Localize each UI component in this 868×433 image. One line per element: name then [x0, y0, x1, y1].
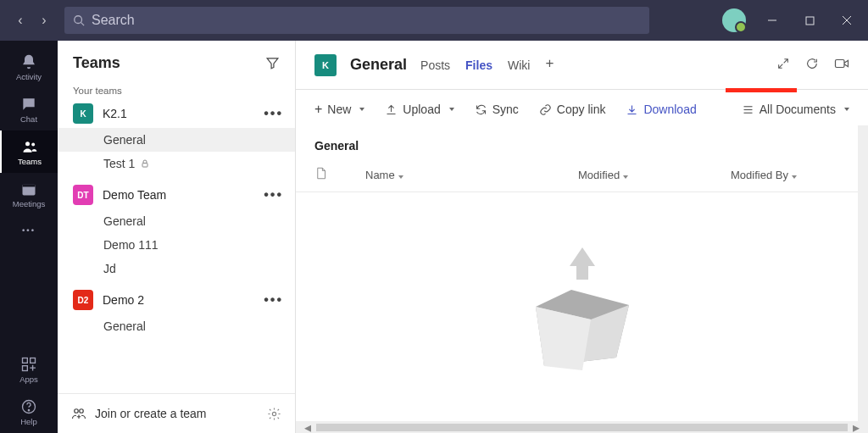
tab-files[interactable]: Files	[465, 55, 492, 75]
tab-wiki[interactable]: Wiki	[508, 55, 530, 75]
all-documents-button[interactable]: All Documents	[742, 103, 849, 116]
apps-icon	[20, 356, 37, 373]
user-avatar[interactable]	[722, 8, 746, 32]
gear-icon[interactable]	[267, 407, 281, 421]
sync-icon	[475, 103, 487, 116]
window-minimize[interactable]	[761, 9, 783, 31]
team-row[interactable]: K K2.1 •••	[58, 99, 295, 128]
tab-posts[interactable]: Posts	[420, 55, 450, 75]
svg-point-0	[75, 16, 82, 24]
channel-item[interactable]: Test 1	[58, 152, 295, 175]
svg-point-6	[25, 142, 30, 146]
channel-item[interactable]: Demo 111	[58, 233, 295, 257]
svg-rect-11	[31, 358, 36, 363]
rail-teams[interactable]: Teams	[0, 130, 58, 173]
team-more-icon[interactable]: •••	[264, 292, 283, 308]
column-headers: Name Modified Modified By	[296, 158, 868, 192]
channel-title: General	[350, 56, 407, 74]
team-row[interactable]: DT Demo Team •••	[58, 180, 295, 209]
team-row[interactable]: D2 Demo 2 •••	[58, 286, 295, 314]
annotation-underline	[726, 88, 797, 92]
bell-icon	[20, 53, 37, 70]
svg-rect-12	[23, 365, 28, 370]
file-icon	[314, 166, 327, 180]
svg-point-18	[272, 412, 275, 415]
teams-sidebar: Teams Your teams K K2.1 ••• General Test…	[58, 41, 296, 433]
refresh-icon[interactable]	[805, 57, 819, 74]
channel-item[interactable]: General	[58, 209, 295, 233]
svg-line-1	[81, 23, 85, 26]
dots-icon: •••	[22, 225, 36, 235]
rail-activity[interactable]: Activity	[0, 46, 58, 88]
expand-icon[interactable]	[776, 57, 790, 74]
join-team-icon	[71, 406, 86, 421]
calendar-icon	[20, 180, 37, 197]
channel-item[interactable]: Jd	[58, 257, 295, 280]
sync-button[interactable]: Sync	[475, 103, 519, 116]
window-maximize[interactable]	[798, 9, 821, 31]
svg-point-17	[80, 409, 84, 414]
search-input[interactable]: Search	[64, 7, 649, 34]
copy-link-button[interactable]: Copy link	[539, 103, 606, 116]
filter-icon[interactable]	[265, 56, 280, 70]
rail-meetings[interactable]: Meetings	[0, 173, 58, 215]
channel-badge: K	[314, 54, 337, 76]
team-more-icon[interactable]: •••	[264, 106, 283, 121]
link-icon	[539, 103, 552, 116]
folder-name: General	[296, 129, 868, 158]
channel-item[interactable]: General	[58, 128, 295, 152]
svg-rect-9	[23, 184, 36, 186]
scrollbar-vertical[interactable]	[858, 125, 868, 421]
app-rail: Activity Chat Teams Meetings ••• Apps He…	[0, 41, 58, 433]
rail-chat[interactable]: Chat	[0, 88, 58, 130]
download-button[interactable]: Download	[626, 103, 696, 116]
col-modified-by[interactable]: Modified By	[731, 169, 849, 181]
channel-item[interactable]: General	[58, 314, 295, 338]
scrollbar-horizontal[interactable]: ◂▸	[296, 421, 868, 433]
team-badge: D2	[73, 290, 93, 310]
your-teams-label: Your teams	[58, 77, 295, 99]
help-icon	[20, 398, 37, 415]
chat-icon	[20, 96, 37, 113]
rail-more[interactable]: •••	[0, 215, 58, 244]
team-more-icon[interactable]: •••	[264, 187, 283, 203]
svg-rect-19	[836, 59, 845, 67]
lock-icon	[140, 158, 150, 169]
svg-point-7	[31, 142, 35, 146]
svg-rect-10	[23, 358, 28, 363]
upload-icon	[385, 103, 398, 116]
svg-rect-3	[806, 17, 814, 25]
search-placeholder: Search	[92, 13, 135, 28]
teams-title: Teams	[73, 54, 120, 72]
main-content: K General Posts Files Wiki + +New Upload…	[296, 41, 868, 433]
svg-point-16	[75, 409, 79, 414]
join-team-button[interactable]: Join or create a team	[95, 407, 207, 420]
nav-forward[interactable]: ›	[36, 13, 53, 28]
team-badge: DT	[73, 185, 93, 205]
download-icon	[626, 103, 638, 116]
rail-apps[interactable]: Apps	[0, 348, 58, 391]
add-tab-button[interactable]: +	[545, 55, 554, 75]
nav-back[interactable]: ‹	[12, 13, 29, 28]
meet-icon[interactable]	[834, 57, 849, 74]
team-badge: K	[73, 103, 93, 124]
teams-icon	[21, 138, 38, 155]
rail-help[interactable]: Help	[0, 391, 58, 433]
window-close[interactable]	[836, 9, 858, 31]
col-modified[interactable]: Modified	[578, 169, 731, 181]
svg-rect-15	[142, 164, 147, 168]
list-icon	[742, 103, 754, 116]
search-icon	[73, 14, 85, 26]
new-button[interactable]: +New	[314, 102, 364, 117]
empty-state	[296, 192, 868, 421]
col-name[interactable]: Name	[365, 169, 578, 181]
upload-button[interactable]: Upload	[385, 103, 453, 116]
svg-point-14	[28, 409, 29, 410]
